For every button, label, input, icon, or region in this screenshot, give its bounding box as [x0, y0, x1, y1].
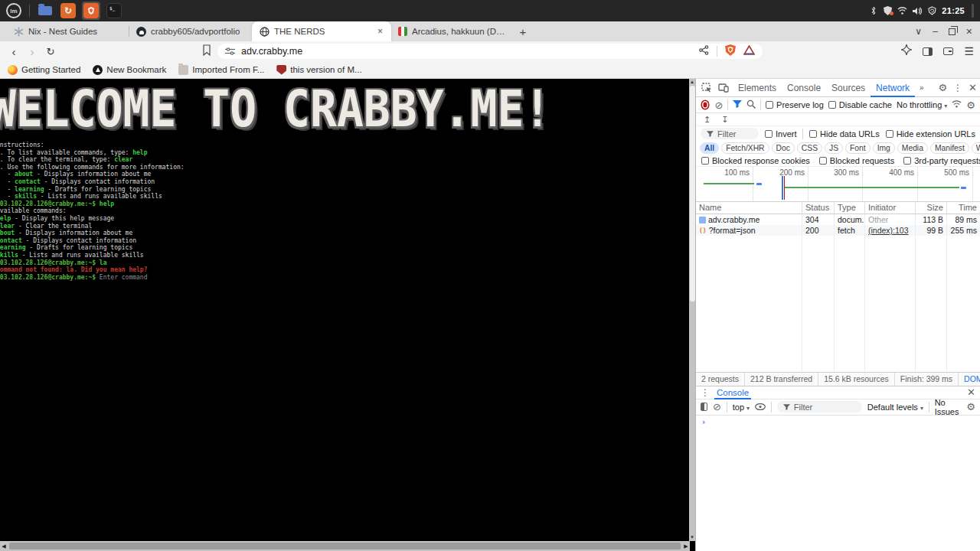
bookmark-item[interactable]: this version of M... — [276, 65, 361, 75]
volume-icon[interactable] — [913, 7, 923, 15]
console-settings-icon[interactable]: ⚙ — [966, 401, 975, 412]
chip-js[interactable]: JS — [825, 142, 843, 154]
hide-extension-urls-checkbox[interactable]: Hide extension URLs — [886, 129, 975, 139]
restore-button[interactable] — [949, 28, 956, 35]
bookmark-flag-icon[interactable] — [202, 44, 211, 59]
log-levels-dropdown[interactable]: Default levels ▾ — [867, 403, 923, 412]
device-toolbar-icon[interactable] — [716, 80, 731, 96]
preserve-log-checkbox[interactable]: Preserve log — [766, 100, 824, 109]
browser-tab-1[interactable]: Nix - Nest Guides — [6, 21, 129, 41]
terminal-lines[interactable]: Instructions:1. To list available comman… — [0, 142, 185, 281]
initiator-cell[interactable]: (index):103 — [865, 225, 916, 236]
console-drawer-tab[interactable]: Console — [714, 386, 751, 399]
address-bar[interactable]: adv.crabby.me — [217, 44, 763, 59]
record-network-log-icon[interactable] — [702, 101, 708, 109]
invert-checkbox[interactable]: Invert — [765, 129, 797, 139]
blocked-response-cookies-checkbox[interactable]: Blocked response cookies — [701, 156, 810, 165]
request-name-cell[interactable]: ()?format=json — [696, 225, 802, 236]
tab-close-icon[interactable]: × — [376, 26, 384, 37]
url-text[interactable]: adv.crabby.me — [241, 46, 699, 57]
wifi-icon[interactable] — [897, 7, 907, 15]
terminal-app-button[interactable]: $_ — [105, 2, 123, 20]
brave-app-button[interactable] — [82, 2, 100, 20]
brave-rewards-icon[interactable] — [743, 44, 755, 58]
devtools-tab-console[interactable]: Console — [782, 79, 826, 97]
network-filter-input[interactable]: Filter — [701, 128, 759, 139]
har-export-icon[interactable]: ↧ — [721, 115, 728, 125]
horizontal-scroll-thumb[interactable] — [9, 543, 681, 549]
chip-css[interactable]: CSS — [797, 142, 822, 154]
console-sidebar-icon[interactable] — [701, 403, 707, 411]
tab-list-button[interactable]: ∨ — [915, 27, 922, 36]
filter-toggle-icon[interactable] — [733, 100, 742, 109]
column-header-size[interactable]: Size — [916, 202, 947, 214]
bookmark-item[interactable]: New Bookmark — [93, 65, 166, 75]
reload-button[interactable]: ↻ — [41, 46, 60, 57]
console-output-area[interactable]: › — [696, 416, 980, 551]
shield-status-icon[interactable] — [884, 6, 892, 15]
devtools-tab-sources[interactable]: Sources — [826, 79, 871, 97]
wallet-icon[interactable] — [943, 47, 953, 55]
disable-cache-checkbox[interactable]: Disable cache — [828, 100, 892, 109]
network-overview-timeline[interactable]: 100 ms200 ms300 ms400 ms500 ms — [696, 167, 980, 202]
vertical-scroll-thumb[interactable] — [690, 86, 695, 302]
chip-ws[interactable]: WS — [972, 142, 980, 154]
chip-img[interactable]: Img — [873, 142, 895, 154]
console-filter-input[interactable]: Filter — [777, 401, 862, 412]
live-expression-icon[interactable] — [755, 403, 766, 412]
bookmark-item[interactable]: Imported From F... — [178, 65, 264, 75]
close-window-button[interactable]: × — [966, 26, 972, 37]
har-import-icon[interactable]: ↥ — [704, 115, 710, 125]
chip-manifest[interactable]: Manifest — [930, 142, 969, 154]
site-settings-icon[interactable] — [225, 44, 235, 58]
forward-button[interactable]: › — [23, 45, 41, 58]
devtools-close-icon[interactable]: ✕ — [969, 82, 977, 93]
devtools-menu-icon[interactable]: ⋮ — [953, 83, 962, 93]
leo-ai-icon[interactable] — [901, 44, 912, 58]
devtools-tab-network[interactable]: Network — [871, 79, 915, 97]
brave-shields-icon[interactable] — [725, 44, 736, 59]
page-vertical-scrollbar[interactable]: ▲ ▼ — [689, 79, 695, 541]
network-settings-icon[interactable]: ⚙ — [966, 99, 975, 111]
page-horizontal-scrollbar[interactable]: ◀ ▶ — [0, 541, 690, 551]
updater-app-button[interactable]: ↻ — [59, 2, 77, 20]
request-row[interactable]: adv.crabby.me304docum...Other113 B89 ms — [696, 214, 980, 225]
bluetooth-icon[interactable] — [869, 3, 878, 18]
mint-menu-button[interactable]: lm — [5, 2, 23, 20]
3rd-party-requests-checkbox[interactable]: 3rd-party requests — [903, 156, 980, 165]
network-conditions-icon[interactable] — [952, 100, 962, 109]
chip-media[interactable]: Media — [897, 142, 928, 154]
minimize-button[interactable]: – — [933, 27, 938, 36]
scroll-right-arrow[interactable]: ▶ — [682, 543, 690, 549]
blocked-requests-checkbox[interactable]: Blocked requests — [819, 156, 894, 165]
no-issues-label[interactable]: No Issues — [935, 398, 962, 416]
devtools-tab-elements[interactable]: Elements — [733, 79, 782, 97]
column-header-time[interactable]: Time — [947, 202, 980, 214]
devtools-settings-icon[interactable]: ⚙ — [938, 82, 947, 93]
initiator-value[interactable]: (index):103 — [868, 226, 909, 235]
files-app-button[interactable] — [36, 2, 54, 20]
console-prompt[interactable]: › — [701, 418, 706, 426]
scroll-left-arrow[interactable]: ◀ — [0, 543, 8, 549]
chip-doc[interactable]: Doc — [772, 142, 795, 154]
column-header-initiator[interactable]: Initiator — [865, 202, 916, 214]
column-header-name[interactable]: Name — [696, 202, 802, 214]
throttling-dropdown[interactable]: No throttling ▾ — [897, 100, 947, 109]
back-button[interactable]: ‹ — [5, 45, 23, 58]
browser-tab-4[interactable]: Arcadius, hakkuun (DM) - Hack C — [391, 21, 514, 41]
inspect-element-icon[interactable] — [699, 80, 714, 96]
browser-tab-2[interactable]: crabby605/advportfolio — [129, 21, 252, 41]
browser-tab-3[interactable]: THE NERDS× — [252, 21, 391, 41]
bookmark-item[interactable]: Getting Started — [8, 65, 80, 75]
chip-fetch-xhr[interactable]: Fetch/XHR — [721, 142, 769, 154]
scroll-down-arrow[interactable]: ▼ — [689, 534, 695, 541]
clock[interactable]: 21:25 — [942, 6, 965, 15]
more-tabs-icon[interactable]: » — [916, 83, 926, 92]
column-header-type[interactable]: Type — [835, 202, 865, 214]
drawer-menu-icon[interactable]: ⋮ — [701, 387, 710, 398]
sidebar-toggle-icon[interactable] — [923, 47, 933, 56]
console-context-dropdown[interactable]: top ▾ — [733, 403, 750, 412]
drawer-close-icon[interactable]: ✕ — [967, 386, 975, 398]
column-header-status[interactable]: Status — [802, 202, 835, 214]
clear-network-log-icon[interactable]: ⊘ — [714, 100, 723, 110]
